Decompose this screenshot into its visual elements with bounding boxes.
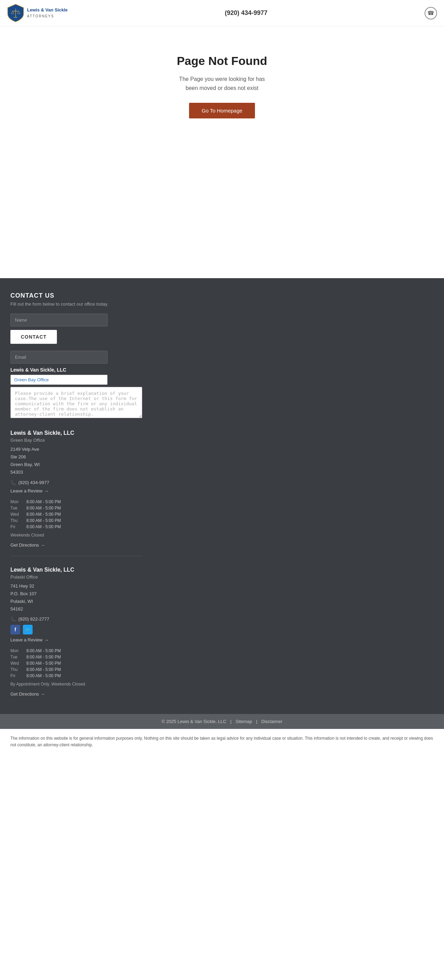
copyright-text: © 2025 Lewis & Van Sickle, LLC — [162, 719, 226, 724]
green-bay-office: Lewis & Van Sickle, LLC Green Bay Office… — [10, 430, 434, 547]
office-divider — [10, 556, 142, 556]
page-title: Page Not Found — [7, 54, 437, 68]
leave-review-pulaski[interactable]: Leave a Review → — [10, 637, 434, 643]
office-phone-pulaski[interactable]: 📞 (920) 822-2777 — [10, 616, 434, 622]
name-field-group — [10, 313, 434, 326]
email-field-group — [10, 351, 434, 364]
contact-heading: CONTACT US — [10, 292, 434, 299]
logo-area[interactable]: Lewis & Van SickleATTORNEYS — [7, 3, 68, 22]
pulaski-office: Lewis & Van Sickle, LLC Pulaski Office 7… — [10, 567, 434, 697]
message-textarea[interactable] — [10, 387, 142, 418]
arrow-icon-pulaski: → — [44, 637, 49, 643]
office-name-greenbay: Lewis & Van Sickle, LLC — [10, 430, 434, 436]
not-found-section: Page Not Found The Page you were looking… — [0, 26, 444, 139]
office-label-greenbay: Green Bay Office — [10, 438, 434, 443]
site-header: Lewis & Van SickleATTORNEYS (920) 434-99… — [0, 0, 444, 26]
appt-only-pulaski: By Appointment Only. Weekends Closed. — [10, 682, 434, 687]
phone-icon-pulaski: 📞 — [10, 616, 16, 622]
arrow-icon: → — [44, 488, 49, 494]
disclaimer-link[interactable]: Disclaimer — [261, 719, 282, 724]
weekends-closed-greenbay: Weekends Closed — [10, 533, 434, 538]
directions-arrow-greenbay: → — [40, 542, 45, 548]
name-input[interactable] — [10, 313, 108, 326]
phone-icon-greenbay: 📞 — [10, 480, 16, 485]
directions-arrow-pulaski: → — [40, 691, 45, 697]
logo-icon — [7, 3, 24, 22]
message-field-group — [10, 387, 434, 420]
office-dropdown[interactable]: Green Bay Office — [10, 375, 108, 385]
logo-text: Lewis & Van SickleATTORNEYS — [27, 7, 68, 19]
hours-table-greenbay: Mon8:00 AM - 5:00 PM Tue8:00 AM - 5:00 P… — [10, 500, 434, 529]
phone-icon[interactable]: ☎ — [425, 7, 437, 19]
footer-copyright-bar: © 2025 Lewis & Van Sickle, LLC | Sitemap… — [0, 714, 444, 729]
social-icons-pulaski: f 🐦 — [10, 625, 434, 635]
leave-review-greenbay[interactable]: Leave a Review → — [10, 488, 434, 494]
go-to-homepage-button[interactable]: Go To Homepage — [189, 103, 255, 118]
disclaimer-section: The information on this website is for g… — [0, 729, 444, 755]
office-address-pulaski: 741 Hwy 32P.O. Box 107Pulaski, WI54162 — [10, 582, 434, 613]
contact-button[interactable]: CONTACT — [10, 330, 57, 344]
office-name-pulaski: Lewis & Van Sickle, LLC — [10, 567, 434, 573]
office-address-greenbay: 2149 Velp AveSte 206Green Bay, WI54303 — [10, 445, 434, 476]
empty-space — [0, 139, 444, 278]
office-label-pulaski: Pulaski Office — [10, 574, 434, 580]
not-found-message: The Page you were looking for has been m… — [7, 75, 437, 92]
twitter-icon[interactable]: 🐦 — [23, 625, 33, 635]
header-phone[interactable]: (920) 434-9977 — [68, 10, 425, 17]
email-input[interactable] — [10, 351, 108, 364]
footer-contact-section: CONTACT US Fill out the form below to co… — [0, 278, 444, 714]
office-phone-greenbay[interactable]: 📞 (920) 434-9977 — [10, 480, 434, 485]
hours-table-pulaski: Mon8:00 AM - 5:00 PM Tue8:00 AM - 5:00 P… — [10, 648, 434, 678]
get-directions-pulaski[interactable]: Get Directions → — [10, 691, 434, 697]
get-directions-greenbay[interactable]: Get Directions → — [10, 542, 434, 548]
contact-subtitle: Fill out the form below to contact our o… — [10, 301, 434, 307]
facebook-icon[interactable]: f — [10, 625, 20, 635]
company-name-display: Lewis & Van Sickle, LLC — [10, 367, 434, 372]
disclaimer-text: The information on this website is for g… — [10, 735, 434, 748]
contact-button-group: CONTACT — [10, 330, 434, 347]
sitemap-link[interactable]: Sitemap — [236, 719, 252, 724]
